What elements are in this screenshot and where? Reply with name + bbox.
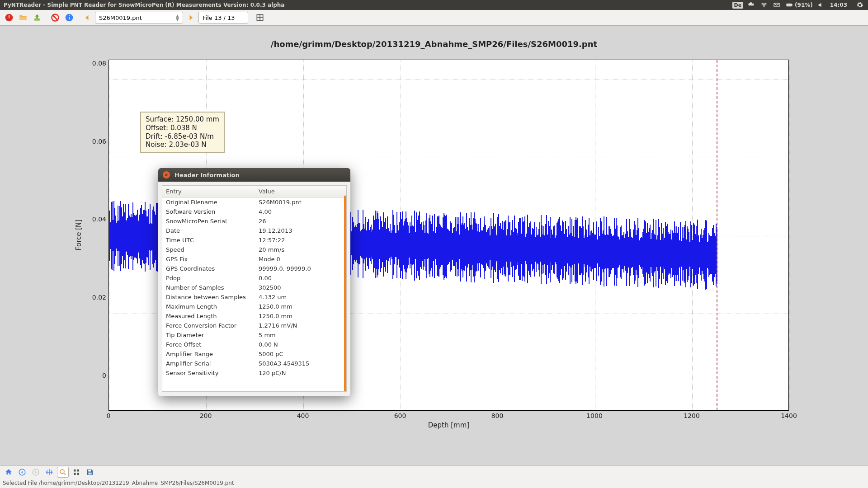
entry-cell: Force Offset [162,340,255,349]
file-counter: File 13 / 13 [198,12,248,23]
table-row[interactable]: Time UTC12:57:22 [162,235,346,245]
back-button[interactable] [16,467,28,478]
status-text: Selected File /home/grimm/Desktop/201312… [3,480,234,486]
x-tick: 400 [297,412,309,419]
table-row[interactable]: GPS Coordinates99999.0, 99999.0 [162,264,346,273]
table-row[interactable]: Sensor Sensitivity120 pC/N [162,368,346,378]
info-noise: Noise: 2.03e-03 N [146,141,219,149]
y-axis-label: Force [N] [75,220,83,250]
svg-rect-17 [74,469,76,472]
matplotlib-toolbar [0,465,868,478]
entry-cell: Amplifier Serial [162,359,255,368]
open-folder-button[interactable] [17,11,29,24]
save-figure-button[interactable] [84,467,96,478]
svg-point-0 [764,6,764,7]
dialog-scrollbar[interactable] [344,196,346,391]
table-row[interactable]: Pdop0.00 [162,273,346,283]
volume-icon[interactable] [816,1,826,9]
table-row[interactable]: Software Version4.00 [162,207,346,216]
value-cell: Mode 0 [255,254,346,264]
header-info-dialog[interactable]: ✕ Header Information Entry Value Origina… [158,168,350,396]
stop-forbid-button[interactable] [49,11,61,24]
mail-icon[interactable] [772,1,781,9]
table-row[interactable]: Amplifier Range5000 pC [162,349,346,359]
home-button[interactable] [3,467,14,478]
entry-cell: GPS Fix [162,254,255,264]
battery-icon[interactable] [785,1,794,9]
configure-subplots-button[interactable] [71,467,82,478]
chart-canvas[interactable]: /home/grimm/Desktop/20131219_Abnahme_SMP… [0,26,868,465]
dialog-body: Entry Value Original FilenameS26M0019.pn… [162,185,347,392]
keyboard-layout-indicator[interactable]: De [732,2,744,9]
svg-rect-3 [792,5,792,6]
svg-rect-19 [74,473,76,475]
x-tick: 600 [394,412,406,419]
app-toolbar: S26M0019.pnt ▲▼ File 13 / 13 [0,10,868,26]
table-row[interactable]: Tip Diameter5 mm [162,330,346,340]
value-cell: 12:57:22 [255,235,346,245]
table-row[interactable]: Force Conversion Factor1.2716 mV/N [162,321,346,330]
value-cell: 1250.0 mm [255,311,346,321]
zoom-button[interactable] [57,467,69,478]
toggle-view-button[interactable] [254,11,266,24]
entry-cell: Original Filename [162,197,255,207]
value-cell: 302500 [255,283,346,292]
prev-file-button[interactable] [81,11,94,24]
table-row[interactable]: Force Offset0.00 N [162,340,346,349]
svg-rect-18 [77,469,80,472]
surface-marker [717,60,717,410]
value-cell: 99999.0, 99999.0 [255,264,346,273]
clock[interactable]: 14:03 [830,2,847,8]
table-row[interactable]: Speed20 mm/s [162,245,346,254]
x-tick: 800 [491,412,504,419]
table-row[interactable]: Original FilenameS26M0019.pnt [162,197,346,207]
table-row[interactable]: SnowMicroPen Serial26 [162,216,346,226]
table-row[interactable]: Measured Length1250.0 mm [162,311,346,321]
export-button[interactable] [31,11,43,24]
entry-cell: Sensor Sensitivity [162,368,255,378]
file-selector-combo[interactable]: S26M0019.pnt ▲▼ [95,12,183,23]
entry-cell: Pdop [162,273,255,283]
info-button[interactable] [63,11,75,24]
table-row[interactable]: GPS FixMode 0 [162,254,346,264]
svg-rect-20 [77,473,80,475]
pan-button[interactable] [43,467,55,478]
table-row[interactable]: Distance between Samples4.132 um [162,292,346,302]
entry-cell: Software Version [162,207,255,216]
col-entry[interactable]: Entry [162,186,255,197]
dialog-titlebar[interactable]: ✕ Header Information [158,168,350,182]
wifi-icon[interactable] [760,1,769,9]
entry-cell: Measured Length [162,311,255,321]
close-icon[interactable]: ✕ [163,171,170,178]
x-tick: 1000 [586,412,603,419]
chart-title: /home/grimm/Desktop/20131219_Abnahme_SMP… [0,39,868,49]
value-cell: 1.2716 mV/N [255,321,346,330]
file-selector-value: S26M0019.pnt [99,14,142,21]
info-drift: Drift: -6.85e-03 N/m [146,132,219,141]
table-row[interactable]: Date19.12.2013 [162,226,346,235]
file-counter-value: File 13 / 13 [203,14,235,21]
entry-cell: Speed [162,245,255,254]
x-axis-label: Depth [mm] [108,421,789,429]
table-row[interactable]: Number of Samples302500 [162,283,346,292]
value-cell: 4.00 [255,207,346,216]
svg-rect-7 [34,19,40,21]
status-bar: Selected File /home/grimm/Desktop/201312… [0,478,868,488]
quit-button[interactable] [3,11,15,24]
next-file-button[interactable] [184,11,197,24]
table-row[interactable]: Maximum Length1250.0 mm [162,302,346,311]
y-tick: 0.02 [79,294,106,301]
forward-button[interactable] [30,467,42,478]
y-tick: 0.06 [79,138,106,145]
weather-icon[interactable] [747,1,756,9]
table-row[interactable]: Amplifier Serial5030A3 4549315 [162,359,346,368]
svg-rect-4 [787,4,791,6]
entry-cell: SnowMicroPen Serial [162,216,255,226]
surface-info-annotation: Surface: 1250.00 mm Offset: 0.038 N Drif… [140,112,225,153]
col-value[interactable]: Value [255,186,346,197]
value-cell: 5 mm [255,330,346,340]
gear-icon[interactable] [855,1,864,9]
info-offset: Offset: 0.038 N [146,124,219,132]
svg-rect-11 [69,17,70,19]
entry-cell: Date [162,226,255,235]
